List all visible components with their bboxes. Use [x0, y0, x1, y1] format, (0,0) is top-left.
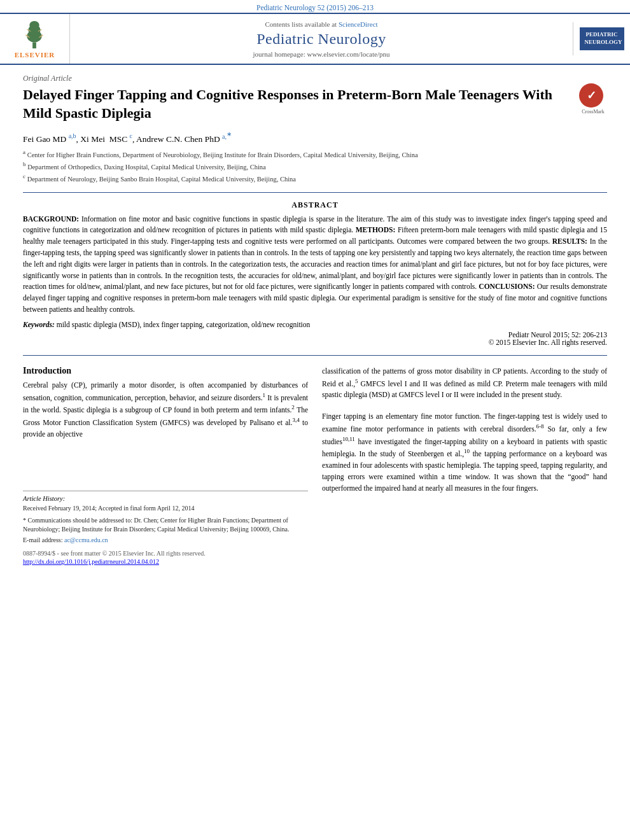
- pn-logo-area: PEDIATRICNEUROLOGY: [573, 22, 630, 55]
- svg-rect-0: [33, 42, 37, 48]
- introduction-title: Introduction: [23, 366, 308, 376]
- abstract-text: BACKGROUND: Information on fine motor an…: [23, 214, 607, 316]
- intro-right-text: classification of the patterns of gross …: [322, 366, 607, 401]
- abstract-section: ABSTRACT BACKGROUND: Information on fine…: [23, 200, 607, 346]
- authors-line: Fei Gao MD a,b, Xi Mei MSC c, Andrew C.N…: [23, 130, 607, 144]
- svg-point-3: [30, 21, 39, 29]
- divider-2: [23, 355, 607, 356]
- article-type: Original Article: [23, 74, 607, 83]
- intro-col-left: Introduction Cerebral palsy (CP), primar…: [23, 366, 308, 566]
- results-label: RESULTS:: [552, 237, 587, 245]
- sdirect-link[interactable]: ScienceDirect: [339, 20, 378, 28]
- email-line: E-mail address: ac@ccmu.edu.cn: [23, 536, 308, 545]
- intro-right-text-2: Finger tapping is an elementary fine mot…: [322, 411, 607, 494]
- journal-title-main: Pediatric Neurology: [76, 31, 566, 48]
- elsevier-logo-area: ELSEVIER: [0, 14, 70, 64]
- abstract-label: ABSTRACT: [23, 200, 607, 210]
- citation-line: Pediatr Neurol 2015; 52: 206-213: [23, 331, 607, 339]
- intro-col-right: classification of the patterns of gross …: [322, 366, 607, 566]
- article-title: Delayed Finger Tapping and Cognitive Res…: [23, 86, 570, 122]
- homepage-link[interactable]: www.elsevier.com/locate/pnu: [307, 50, 389, 58]
- methods-label: METHODS:: [356, 226, 396, 234]
- copyright-line: © 2015 Elsevier Inc. All rights reserved…: [23, 339, 607, 346]
- conclusions-label: CONCLUSIONS:: [479, 283, 535, 290]
- keywords-line: Keywords: mild spastic diplegia (MSD), i…: [23, 321, 607, 328]
- issn-line: 0887-8994/$ - see front matter © 2015 El…: [23, 550, 308, 557]
- intro-left-text: Cerebral palsy (CP), primarily a motor d…: [23, 380, 308, 440]
- footnote-section: Article History: Received February 19, 2…: [23, 491, 308, 565]
- homepage-line: journal homepage: www.elsevier.com/locat…: [76, 50, 566, 58]
- correspondence-text: * Communications should be addressed to:…: [23, 516, 308, 535]
- elsevier-tree-icon: [15, 19, 53, 50]
- sdirect-line: Contents lists available at ScienceDirec…: [76, 20, 566, 28]
- affil-b: Department of Orthopedics, Daxing Hospit…: [27, 164, 266, 171]
- doi-link[interactable]: http://dx.doi.org/10.1016/j.pediatrneuro…: [23, 558, 159, 565]
- divider-1: [23, 192, 607, 193]
- crossmark-badge: ✓: [579, 83, 603, 108]
- affil-a: Center for Higher Brain Functions, Depar…: [27, 151, 418, 158]
- email-link[interactable]: ac@ccmu.edu.cn: [64, 536, 108, 543]
- email-label: E-mail address:: [23, 536, 62, 543]
- crossmark-area: ✓ CrossMark: [579, 83, 607, 115]
- affiliations: a Center for Higher Brain Functions, Dep…: [23, 148, 607, 185]
- journal-ref-top: Pediatric Neurology 52 (2015) 206–213: [0, 0, 630, 13]
- affil-c: Department of Neurology, Beijing Sanbo B…: [27, 176, 296, 183]
- crossmark-label: CrossMark: [579, 109, 607, 115]
- introduction-section: Introduction Cerebral palsy (CP), primar…: [23, 366, 607, 566]
- article-history-text: Received February 19, 2014; Accepted in …: [23, 504, 308, 514]
- journal-header: ELSEVIER Contents lists available at Sci…: [0, 13, 630, 65]
- pn-badge: PEDIATRICNEUROLOGY: [580, 27, 624, 50]
- article-history-label: Article History:: [23, 495, 308, 502]
- journal-ref-text: Pediatric Neurology 52 (2015) 206–213: [256, 4, 374, 11]
- doi-line: http://dx.doi.org/10.1016/j.pediatrneuro…: [23, 558, 308, 565]
- elsevier-wordmark: ELSEVIER: [15, 51, 55, 59]
- journal-center-info: Contents lists available at ScienceDirec…: [70, 15, 573, 63]
- background-label: BACKGROUND:: [23, 215, 79, 223]
- keywords-text: mild spastic diplegia (MSD), index finge…: [57, 321, 311, 328]
